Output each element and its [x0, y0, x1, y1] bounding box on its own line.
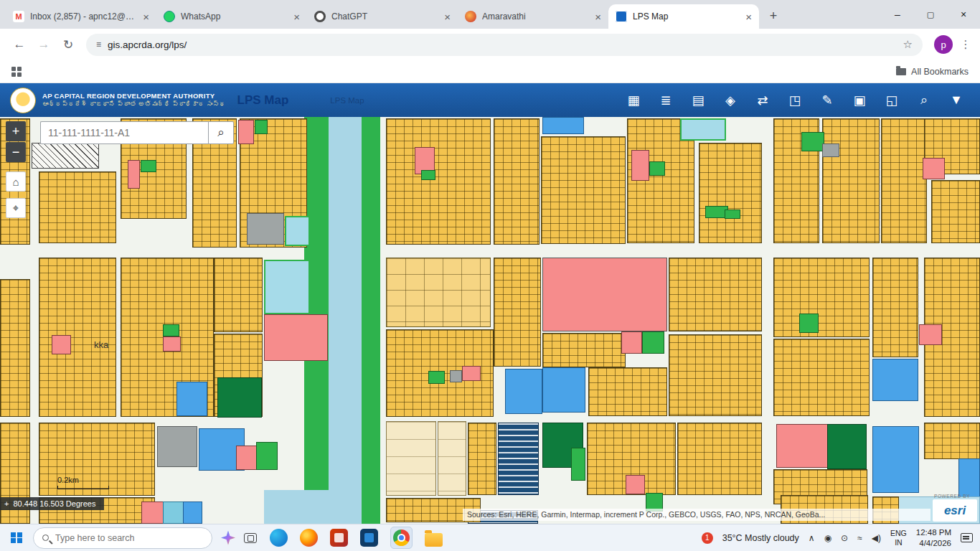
- apps-grid-icon[interactable]: ▦: [626, 93, 641, 108]
- edge-icon[interactable]: [270, 529, 288, 547]
- swipe-icon[interactable]: ⇄: [755, 93, 771, 108]
- url-text[interactable]: gis.apcrda.org/lps/: [108, 39, 897, 50]
- place-label: kka: [94, 339, 108, 350]
- task-view-icon[interactable]: [244, 533, 257, 543]
- system-tray: 1 35°C Mostly cloudy ∧ ◉ ⊙ ≈ ◀) ENG IN 1…: [702, 527, 980, 549]
- close-button[interactable]: ×: [947, 9, 980, 20]
- site-info-icon[interactable]: ≡: [96, 39, 101, 50]
- map-block-green: [801, 132, 824, 151]
- forward-icon[interactable]: →: [32, 37, 56, 52]
- map-block-green: [255, 120, 268, 134]
- chrome-active-app[interactable]: [390, 527, 413, 549]
- windows-logo-icon: [11, 532, 22, 544]
- map-block-yb: [494, 258, 541, 367]
- maximize-button[interactable]: ▢: [914, 10, 947, 19]
- tab-lps-map[interactable]: LPS Map ×: [608, 4, 759, 29]
- tab-close-icon[interactable]: ×: [143, 11, 149, 23]
- map-block-green: [571, 448, 585, 481]
- tab-close-icon[interactable]: ×: [595, 11, 601, 23]
- map-block-blue: [872, 426, 919, 493]
- omnibox[interactable]: ≡ gis.apcrda.org/lps/ ☆: [86, 34, 923, 56]
- all-bookmarks-label: All Bookmarks: [911, 67, 969, 77]
- apps-grid-icon[interactable]: [11, 67, 22, 77]
- map-viewport[interactable]: + − ⌂ ⌖ ⌕ kka 0.2km + 80.448 16.503 Degr…: [0, 117, 980, 524]
- hidden-icons-chevron[interactable]: ∧: [809, 533, 815, 543]
- tray-icon-a[interactable]: ◉: [824, 533, 831, 543]
- parcel-search-input[interactable]: [40, 121, 208, 144]
- tab-label: LPS Map: [633, 11, 740, 22]
- screen: M Inbox (2,857) - apnc12@gma... × WhatsA…: [0, 0, 980, 551]
- tab-gmail[interactable]: M Inbox (2,857) - apnc12@gma... ×: [6, 4, 156, 29]
- org-name: AP CAPITAL REGION DEVELOPMENT AUTHORITY …: [42, 92, 226, 108]
- new-tab-button[interactable]: +: [763, 6, 783, 26]
- gallery-icon[interactable]: ◱: [884, 93, 900, 108]
- legend-icon[interactable]: ≣: [658, 93, 674, 108]
- extent-icon[interactable]: ◳: [787, 93, 803, 108]
- search-icon[interactable]: ⌕: [916, 93, 932, 108]
- firefox-icon[interactable]: [300, 529, 318, 547]
- filter-icon[interactable]: ▼: [948, 93, 964, 108]
- copilot-icon[interactable]: [221, 531, 235, 545]
- map-block-blue: [542, 117, 584, 134]
- coordinates-text: 80.448 16.503 Degrees: [13, 499, 95, 508]
- basemap-icon[interactable]: ◈: [722, 93, 738, 108]
- notifications-icon[interactable]: [961, 533, 973, 542]
- tab-close-icon[interactable]: ×: [444, 11, 451, 23]
- bookmark-star-icon[interactable]: ☆: [903, 38, 913, 51]
- map-block-yb: [542, 333, 626, 367]
- browser-menu-icon[interactable]: ⋮: [958, 38, 973, 51]
- zoom-in-button[interactable]: +: [6, 121, 26, 141]
- weather-widget[interactable]: 35°C Mostly cloudy: [722, 533, 799, 543]
- map-block-gstrip: [362, 117, 380, 524]
- map-canvas[interactable]: [0, 117, 980, 524]
- map-block-green: [421, 170, 435, 180]
- layers-icon[interactable]: ▤: [690, 93, 706, 108]
- file-explorer-icon[interactable]: [425, 533, 443, 547]
- map-block-blue: [542, 367, 585, 413]
- tab-close-icon[interactable]: ×: [293, 11, 300, 23]
- back-icon[interactable]: ←: [7, 37, 32, 52]
- draw-icon[interactable]: ✎: [819, 93, 835, 108]
- profile-avatar[interactable]: p: [934, 35, 953, 54]
- reload-icon[interactable]: ↻: [56, 37, 80, 52]
- map-block-water: [329, 117, 362, 524]
- map-block-dgreen: [217, 377, 262, 418]
- start-button[interactable]: [0, 532, 33, 544]
- tab-label: Inbox (2,857) - apnc12@gma...: [30, 11, 137, 22]
- language-indicator[interactable]: ENG IN: [890, 529, 907, 547]
- parcel-search-button[interactable]: ⌕: [208, 121, 234, 144]
- taskbar-search-input[interactable]: [55, 533, 184, 543]
- whatsapp-favicon: [164, 11, 175, 22]
- tab-amaravathi[interactable]: Amaravathi ×: [458, 4, 608, 29]
- map-attribution: Sources: Esri, HERE, Garmin, Intermap, i…: [463, 509, 930, 521]
- print-icon[interactable]: ▣: [852, 93, 867, 108]
- tab-whatsapp[interactable]: WhatsApp ×: [156, 4, 307, 29]
- outlook-icon[interactable]: [360, 529, 378, 547]
- map-block-pink: [238, 120, 254, 144]
- map-block-green: [163, 324, 179, 336]
- app-header: AP CAPITAL REGION DEVELOPMENT AUTHORITY …: [0, 83, 980, 117]
- map-block-cyan: [285, 216, 310, 246]
- home-button[interactable]: ⌂: [6, 171, 26, 192]
- map-block-yb: [541, 136, 626, 244]
- map-block-cyan: [680, 118, 726, 141]
- tab-close-icon[interactable]: ×: [745, 11, 752, 23]
- esri-logo[interactable]: esri: [933, 499, 977, 522]
- all-bookmarks-button[interactable]: All Bookmarks: [896, 67, 969, 77]
- map-block-pink: [919, 324, 942, 345]
- network-icon[interactable]: ≈: [857, 533, 862, 543]
- zoom-out-button[interactable]: −: [6, 142, 26, 162]
- tab-label: Amaravathi: [482, 11, 589, 22]
- map-block-yb: [872, 258, 918, 357]
- minimize-button[interactable]: –: [881, 9, 914, 20]
- browser-tab-strip: M Inbox (2,857) - apnc12@gma... × WhatsA…: [0, 0, 980, 29]
- tab-chatgpt[interactable]: ChatGPT ×: [307, 4, 458, 29]
- taskbar-search[interactable]: [33, 527, 212, 549]
- store-icon[interactable]: [330, 529, 348, 547]
- volume-icon[interactable]: ◀): [872, 533, 881, 543]
- locate-button[interactable]: ⌖: [6, 198, 26, 218]
- map-block-green: [642, 331, 664, 354]
- clock[interactable]: 12:48 PM 4/4/2026: [916, 527, 951, 549]
- tray-icon-b[interactable]: ⊙: [841, 533, 848, 543]
- page-title-ghost: LPS Map: [330, 96, 364, 105]
